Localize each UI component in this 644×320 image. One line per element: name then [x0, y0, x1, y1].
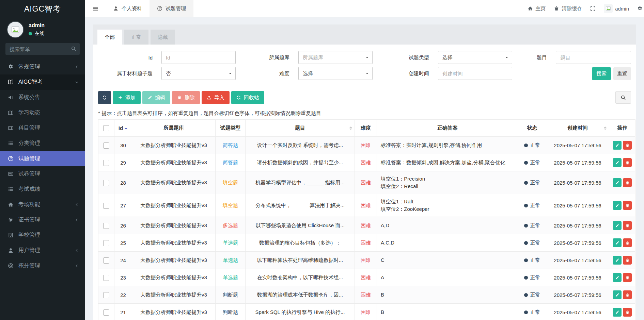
button-label: 添加: [125, 95, 136, 101]
row-edit-button[interactable]: [613, 141, 622, 150]
edit-button[interactable]: 编辑: [142, 91, 170, 104]
sidebar-item-label: 分类管理: [18, 140, 79, 147]
row-checkbox[interactable]: [103, 257, 109, 264]
row-edit-button[interactable]: [613, 201, 622, 210]
add-button[interactable]: 添加: [113, 91, 141, 104]
row-checkbox[interactable]: [103, 240, 109, 246]
sidebar-item-9[interactable]: 考场功能: [0, 197, 85, 212]
filter-input-1-2[interactable]: [438, 67, 512, 80]
filter-input-0-3[interactable]: [556, 51, 631, 64]
sidebar-item-3[interactable]: 学习动态: [0, 105, 85, 120]
sidebar-item-10[interactable]: 证书管理: [0, 212, 85, 228]
view-tab-1[interactable]: 正常: [124, 30, 148, 45]
row-edit-button[interactable]: [613, 290, 622, 299]
row-edit-button[interactable]: [613, 178, 622, 187]
filter-select-1-0[interactable]: 否: [161, 67, 236, 80]
sidebar-item-1[interactable]: AIGC智考: [0, 74, 85, 90]
common-search-toggle-button[interactable]: [615, 91, 631, 104]
column-header-Id[interactable]: Id: [114, 120, 132, 137]
recycle-icon: [236, 95, 241, 100]
trash-icon: [625, 143, 630, 148]
row-edit-button[interactable]: [613, 238, 622, 247]
sidebar-item-5[interactable]: 分类管理: [0, 136, 85, 151]
cell-bank: 大数据分析师职业技能提升v3: [132, 286, 216, 304]
user-menu[interactable]: admin: [604, 4, 629, 13]
row-edit-button[interactable]: [613, 273, 622, 282]
row-delete-button[interactable]: [623, 141, 632, 150]
cell-question: 机器学习模型评估中，______ 指标用...: [246, 171, 355, 194]
cell-type: 单选题: [216, 252, 246, 269]
row-delete-button[interactable]: [623, 238, 632, 247]
cell-actions: [609, 154, 635, 171]
cell-created: 2025-05-07 17:59:56: [546, 154, 609, 171]
filter-select-0-2[interactable]: 选择: [438, 51, 512, 64]
row-checkbox[interactable]: [103, 292, 109, 298]
row-delete-button[interactable]: [623, 201, 632, 210]
sidebar-item-13[interactable]: 积分管理: [0, 258, 85, 273]
fullscreen-button[interactable]: [590, 6, 596, 11]
cell-bank: 大数据分析师职业技能提升v3: [132, 252, 216, 269]
cell-actions: [609, 252, 635, 269]
row-checkbox[interactable]: [103, 275, 109, 281]
column-header-创建时间[interactable]: 创建时间: [546, 120, 609, 137]
column-header-操作: 操作: [609, 120, 635, 137]
menu-search-input[interactable]: [5, 43, 80, 55]
cell-status: 正常: [518, 171, 546, 194]
delete-button[interactable]: 删除: [172, 91, 200, 104]
row-checkbox[interactable]: [103, 160, 109, 166]
sidebar-item-8[interactable]: 考试成绩: [0, 182, 85, 197]
reset-button[interactable]: 重置: [613, 67, 631, 80]
sidebar-item-12[interactable]: 用户管理: [0, 243, 85, 258]
sidebar-item-7[interactable]: 试卷管理: [0, 166, 85, 182]
question-type-label: 多选题: [223, 222, 238, 228]
row-delete-button[interactable]: [623, 221, 632, 230]
filter-input-0-0[interactable]: [161, 51, 236, 64]
settings-button[interactable]: [637, 6, 643, 11]
sidebar-item-6[interactable]: 试题管理: [0, 151, 85, 166]
filter-label: Id: [98, 55, 161, 61]
column-label: 正确答案: [437, 125, 458, 131]
row-edit-button[interactable]: [613, 221, 622, 230]
topbar-tab-question-manage[interactable]: 试题管理: [150, 0, 193, 17]
column-header-checkbox[interactable]: [98, 120, 114, 137]
pencil-icon: [615, 223, 619, 228]
answer-text: C: [381, 256, 515, 264]
status-badge: 正常: [524, 180, 540, 186]
sidebar-item-0[interactable]: 常规管理: [0, 59, 85, 74]
select-all-checkbox[interactable]: [103, 125, 109, 131]
topbar-tab-profile[interactable]: 个人资料: [106, 0, 150, 17]
question-type-label: 填空题: [223, 202, 238, 208]
row-delete-button[interactable]: [623, 273, 632, 282]
row-checkbox[interactable]: [103, 309, 109, 316]
row-delete-button[interactable]: [623, 158, 632, 167]
sidebar-item-4[interactable]: 科目管理: [0, 120, 85, 136]
column-header-题目[interactable]: 题目: [246, 120, 355, 137]
row-checkbox[interactable]: [103, 142, 109, 149]
row-checkbox[interactable]: [103, 223, 109, 229]
question-type-label: 单选题: [223, 240, 238, 246]
row-delete-button[interactable]: [623, 178, 632, 187]
row-checkbox[interactable]: [103, 203, 109, 209]
sidebar-item-2[interactable]: 系统公告: [0, 90, 85, 105]
row-edit-button[interactable]: [613, 308, 622, 317]
sidebar-item-label: 证书管理: [18, 216, 70, 223]
row-delete-button[interactable]: [623, 290, 632, 299]
menu-toggle-button[interactable]: [85, 0, 106, 17]
filter-select-1-1[interactable]: 选择: [298, 67, 373, 80]
filter-select-0-1[interactable]: 所属题库: [298, 51, 373, 64]
view-tab-2[interactable]: 隐藏: [151, 30, 175, 45]
recycle-button[interactable]: 回收站: [231, 91, 264, 104]
refresh-button[interactable]: [98, 91, 111, 104]
view-tab-0[interactable]: 全部: [97, 30, 122, 45]
clear-cache-button[interactable]: 清除缓存: [554, 5, 582, 12]
import-button[interactable]: 导入: [202, 91, 230, 104]
row-checkbox[interactable]: [103, 180, 109, 186]
row-delete-button[interactable]: [623, 256, 632, 265]
row-edit-button[interactable]: [613, 158, 622, 167]
row-delete-button[interactable]: [623, 308, 632, 317]
search-button[interactable]: 搜索: [592, 67, 611, 80]
home-button[interactable]: 主页: [528, 5, 546, 12]
sidebar-item-11[interactable]: 学校管理: [0, 228, 85, 243]
row-edit-button[interactable]: [613, 256, 622, 265]
status-dot-icon: [524, 144, 528, 147]
